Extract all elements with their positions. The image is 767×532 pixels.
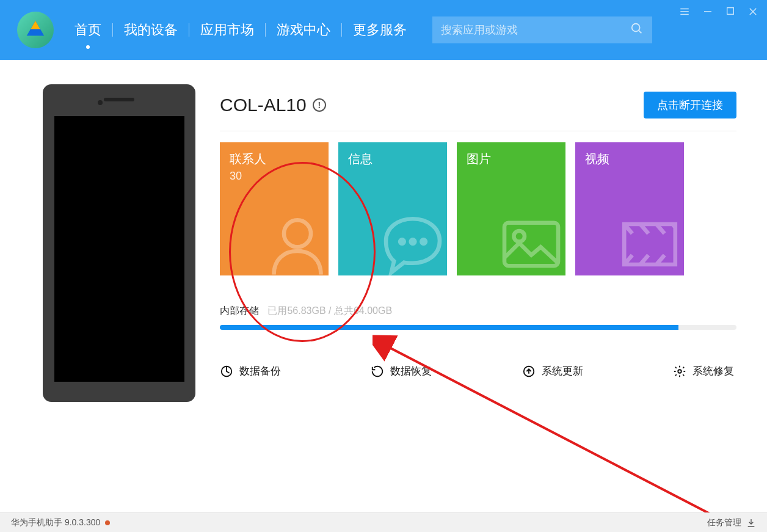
tile-count: 30 [230,170,319,183]
task-manager-label: 任务管理 [707,517,741,528]
device-name-row: COL-AL10 ! [220,95,326,115]
download-icon [746,518,756,528]
svg-point-13 [411,239,415,244]
svg-point-19 [678,370,682,373]
tile-pictures[interactable]: 图片 [457,142,565,275]
action-row: 数据备份 数据恢复 系统更新 系统修复 [220,364,736,378]
nav-mydevice[interactable]: 我的设备 [113,21,189,39]
device-info-button[interactable]: ! [313,98,326,112]
app-name: 华为手机助手 [11,517,62,527]
search-icon [630,22,644,35]
search-button[interactable] [630,22,644,38]
action-repair[interactable]: 系统修复 [673,364,734,378]
svg-point-2 [632,24,640,32]
messages-icon [376,211,447,275]
titlebar: 首页 我的设备 应用市场 游戏中心 更多服务 [0,0,767,60]
disconnect-label: 点击断开连接 [657,99,723,111]
svg-rect-15 [504,223,558,266]
backup-icon [220,365,233,378]
nav: 首页 我的设备 应用市场 游戏中心 更多服务 [64,21,418,39]
tile-contacts[interactable]: 联系人 30 [220,142,329,275]
storage-bar [220,325,736,330]
nav-label: 游戏中心 [277,22,330,37]
minimize-icon [702,6,713,17]
tile-title: 图片 [467,151,556,167]
phone-speaker [104,98,134,101]
action-update[interactable]: 系统更新 [522,364,583,378]
action-label: 系统修复 [692,364,734,378]
statusbar: 华为手机助手 9.0.3.300 任务管理 [0,512,767,532]
device-name: COL-AL10 [220,95,307,115]
nav-more[interactable]: 更多服务 [342,21,418,39]
svg-rect-8 [727,8,734,15]
device-header: COL-AL10 ! 点击断开连接 [220,92,736,118]
app-version-number: 9.0.3.300 [65,517,100,527]
maximize-icon [725,6,735,16]
info-icon: ! [318,100,321,110]
nav-games[interactable]: 游戏中心 [266,21,341,39]
storage-usage-text: 已用56.83GB / 总共64.00GB [267,305,392,316]
app-version: 华为手机助手 9.0.3.300 [11,517,110,528]
main-content: COL-AL10 ! 点击断开连接 联系人 30 信息 [0,60,767,402]
pictures-icon [495,211,565,275]
search-input[interactable] [441,24,630,37]
nav-label: 应用市场 [200,22,254,37]
task-manager-button[interactable]: 任务管理 [707,517,756,528]
videos-icon [613,211,684,275]
phone-camera-dot [98,100,103,105]
action-label: 系统更新 [542,364,583,378]
tile-title: 联系人 [230,151,319,167]
maximize-button[interactable] [725,6,735,20]
minimize-button[interactable] [702,6,713,20]
restore-icon [371,365,384,378]
tile-title: 信息 [348,151,437,167]
action-label: 数据备份 [239,364,281,378]
svg-point-11 [284,220,311,247]
action-restore[interactable]: 数据恢复 [371,364,432,378]
app-logo [17,12,54,48]
svg-line-3 [639,31,642,34]
category-tiles: 联系人 30 信息 图片 视频 [220,142,736,275]
storage-label: 内部存储 [220,305,259,316]
window-controls [679,6,758,20]
logo-icon [25,20,46,40]
nav-label: 我的设备 [124,22,178,37]
action-backup[interactable]: 数据备份 [220,364,281,378]
divider [220,131,736,131]
close-icon [747,6,758,17]
action-label: 数据恢复 [390,364,432,378]
nav-label: 更多服务 [353,22,407,37]
svg-point-12 [400,239,404,244]
menu-button[interactable] [679,6,690,20]
menu-icon [679,6,690,17]
tile-title: 视频 [585,151,674,167]
nav-home[interactable]: 首页 [64,21,112,39]
phone-screen [54,116,184,382]
svg-marker-1 [31,21,40,29]
svg-point-14 [421,239,426,244]
update-dot-icon [105,520,110,525]
disconnect-button[interactable]: 点击断开连接 [644,92,736,118]
nav-apps[interactable]: 应用市场 [189,21,265,39]
tile-messages[interactable]: 信息 [338,142,447,275]
device-mockup [43,84,195,402]
storage-section: 内部存储 已用56.83GB / 总共64.00GB [220,305,736,330]
storage-bar-fill [220,325,678,330]
tile-videos[interactable]: 视频 [575,142,684,275]
svg-point-16 [514,231,525,242]
device-panel: COL-AL10 ! 点击断开连接 联系人 30 信息 [220,84,736,402]
contacts-icon [264,211,329,275]
repair-icon [673,365,686,378]
update-icon [522,365,536,378]
close-button[interactable] [747,6,758,20]
nav-label: 首页 [75,22,101,37]
search-box [432,16,652,43]
